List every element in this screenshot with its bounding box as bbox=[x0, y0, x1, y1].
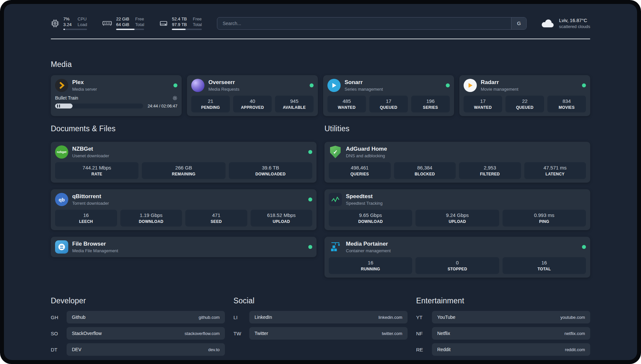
bookmark-name: DEV bbox=[72, 347, 81, 352]
stat-label: BLOCKED bbox=[395, 172, 455, 176]
service-card-portainer[interactable]: Media Portainer Container management 16R… bbox=[324, 237, 590, 278]
stat-tile: 40APPROVED bbox=[233, 96, 272, 112]
plex-now-playing: Bullet Train 24:44 / 02:06:47 bbox=[55, 95, 177, 108]
search-input[interactable] bbox=[217, 17, 511, 29]
service-card-radarr[interactable]: Radarr Movie management 17WANTED 22QUEUE… bbox=[459, 75, 590, 116]
bookmark-row: YT YouTube youtube.com bbox=[416, 311, 590, 323]
stat-value: 39.6 TB bbox=[230, 165, 311, 170]
search-engine-button[interactable]: G bbox=[511, 17, 526, 29]
bookmark-url: linkedin.com bbox=[379, 315, 402, 320]
stat-tile: 22QUEUED bbox=[505, 96, 544, 112]
card-header: Overseerr Media Requests bbox=[191, 79, 314, 92]
stat-value: 86,384 bbox=[395, 165, 455, 170]
stat-value: 22 bbox=[507, 98, 543, 104]
bookmark-url: youtube.com bbox=[561, 315, 585, 320]
bookmark-abbr: RE bbox=[416, 347, 432, 352]
stat-label: UPLOAD bbox=[252, 219, 311, 224]
stat-tile: 834MOVIES bbox=[547, 96, 586, 112]
gear-icon[interactable] bbox=[172, 96, 177, 101]
stat-label: WANTED bbox=[329, 105, 365, 110]
stat-label: DOWNLOAD bbox=[122, 219, 181, 224]
playback-progress-fill bbox=[55, 104, 73, 108]
bookmark-link-netflix[interactable]: Netflix netflix.com bbox=[432, 327, 590, 340]
adguard-icon: ✓ bbox=[329, 145, 342, 159]
service-card-speedtest[interactable]: Speedtest Speedtest Tracking 9.65 GbpsDO… bbox=[324, 189, 590, 230]
service-card-sonarr[interactable]: Sonarr Series management 485WANTED 17QUE… bbox=[323, 75, 454, 116]
stat-value: 16 bbox=[56, 212, 116, 218]
stat-label: RATE bbox=[56, 172, 137, 176]
service-card-plex[interactable]: Plex Media server Bullet Train 24:44 bbox=[51, 75, 182, 116]
bookmark-url: github.com bbox=[198, 315, 220, 320]
service-card-overseerr[interactable]: Overseerr Media Requests 21PENDING 40APP… bbox=[187, 75, 318, 116]
bookmark-name: Netflix bbox=[437, 331, 450, 336]
service-card-qbittorrent[interactable]: qb qBittorrent Torrent downloader 16LEEC… bbox=[51, 189, 317, 230]
bookmark-link-stackoverflow[interactable]: StackOverflow stackoverflow.com bbox=[67, 327, 225, 340]
card-header: nzbget NZBGet Usenet downloader bbox=[55, 145, 312, 159]
service-name: AdGuard Home bbox=[346, 146, 586, 152]
stat-tiles: 17WANTED 22QUEUED 834MOVIES bbox=[464, 96, 586, 112]
stat-value: 47.571 ms bbox=[526, 165, 585, 170]
service-name: Overseerr bbox=[208, 79, 306, 86]
cpu-label-1: CPU bbox=[77, 16, 87, 21]
bookmark-link-youtube[interactable]: YouTube youtube.com bbox=[432, 311, 590, 323]
bookmark-url: reddit.com bbox=[565, 347, 585, 352]
section-title-media: Media bbox=[51, 60, 590, 69]
service-subtitle: Media server bbox=[72, 87, 169, 92]
bookmark-link-github[interactable]: Github github.com bbox=[67, 311, 225, 323]
stat-label: WANTED bbox=[465, 105, 501, 110]
weather-widget[interactable]: Lviv, 16.87°C scattered clouds bbox=[540, 18, 590, 29]
status-dot bbox=[582, 245, 586, 249]
stat-label: PING bbox=[504, 219, 585, 224]
service-card-adguard[interactable]: ✓ AdGuard Home DNS and adblocking 498,46… bbox=[324, 142, 590, 183]
stat-label: DOWNLOADED bbox=[230, 172, 311, 176]
bookmark-row: LI LinkedIn linkedin.com bbox=[233, 311, 408, 323]
stat-value: 0 bbox=[417, 260, 498, 265]
stat-tile: 17QUEUED bbox=[369, 96, 408, 112]
stat-value: 17 bbox=[465, 98, 501, 104]
card-header: Sonarr Series management bbox=[327, 79, 450, 92]
stat-tiles: 744.21 MbpsRATE 266 GBREMAINING 39.6 TBD… bbox=[55, 162, 312, 179]
bookmarks-developer: Developer GH Github github.com SO StackO… bbox=[51, 296, 225, 356]
playback-progress[interactable] bbox=[55, 104, 143, 108]
stat-tiles: 485WANTED 17QUEUED 196SERIES bbox=[327, 96, 450, 112]
service-name: Media Portainer bbox=[346, 241, 578, 247]
disk-free-value: 52.4 TB bbox=[172, 16, 187, 21]
bookmark-row: NF Netflix netflix.com bbox=[416, 327, 590, 340]
bookmark-name: StackOverflow bbox=[72, 331, 102, 336]
stat-tile: 1.19 GbpsDOWNLOAD bbox=[120, 210, 182, 227]
stat-label: SERIES bbox=[412, 105, 448, 110]
stat-value: 1.19 Gbps bbox=[122, 212, 181, 218]
bookmark-link-twitter[interactable]: Twitter twitter.com bbox=[249, 327, 408, 340]
service-name: File Browser bbox=[72, 241, 304, 247]
stat-value: 9.65 Gbps bbox=[330, 212, 411, 218]
bookmark-link-linkedin[interactable]: LinkedIn linkedin.com bbox=[249, 311, 408, 323]
cpu-load-value: 3.24 bbox=[63, 22, 72, 27]
ram-icon bbox=[102, 19, 112, 28]
service-name: Radarr bbox=[481, 79, 578, 86]
bookmark-link-reddit[interactable]: Reddit reddit.com bbox=[432, 343, 590, 356]
disk-meter: 52.4 TB Free 97.9 TB Total bbox=[159, 16, 202, 30]
service-card-filebrowser[interactable]: File Browser Media File Management bbox=[51, 237, 317, 257]
portainer-icon bbox=[329, 240, 342, 254]
stat-tile: 9.65 GbpsDOWNLOAD bbox=[329, 210, 412, 227]
stat-tiles: 498,461QUERIES 86,384BLOCKED 2,953FILTER… bbox=[329, 162, 586, 179]
stat-label: TOTAL bbox=[504, 267, 585, 271]
card-header: qb qBittorrent Torrent downloader bbox=[55, 193, 312, 206]
cloud-icon bbox=[540, 18, 555, 29]
ram-total-value: 64 GiB bbox=[116, 22, 129, 27]
service-card-nzbget[interactable]: nzbget NZBGet Usenet downloader 744.21 M… bbox=[51, 142, 317, 183]
stat-value: 498,461 bbox=[330, 165, 389, 170]
filebrowser-icon bbox=[55, 240, 68, 254]
stat-tile: 618.52 MbpsUPLOAD bbox=[251, 210, 313, 227]
pause-icon[interactable] bbox=[57, 105, 60, 107]
cpu-meter-track bbox=[63, 29, 87, 30]
bookmark-link-dev[interactable]: DEV dev.to bbox=[67, 343, 225, 356]
stat-tile: 266 GBREMAINING bbox=[142, 162, 225, 179]
card-header: ✓ AdGuard Home DNS and adblocking bbox=[329, 145, 586, 159]
status-dot bbox=[446, 83, 450, 87]
cpu-meter-fill bbox=[63, 29, 65, 30]
ram-label-1: Free bbox=[135, 16, 144, 21]
disk-icon bbox=[159, 19, 168, 28]
card-header: File Browser Media File Management bbox=[55, 240, 312, 254]
bookmarks-social: Social LI LinkedIn linkedin.com TW Twitt… bbox=[233, 296, 408, 356]
